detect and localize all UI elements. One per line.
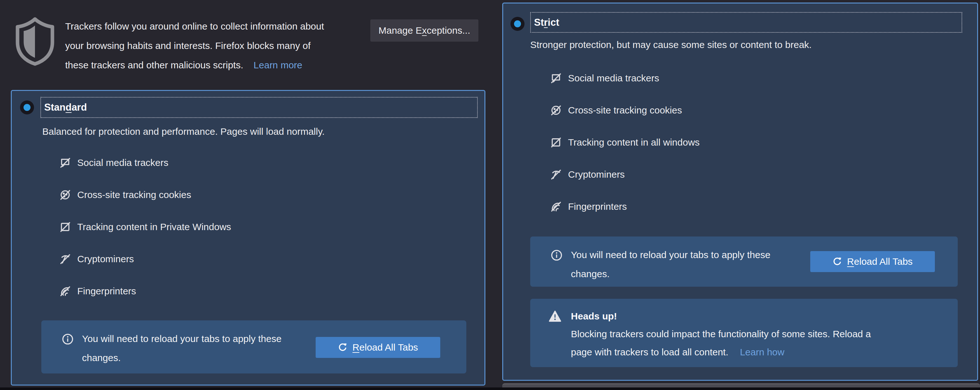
standard-label[interactable]: Standard <box>40 97 478 118</box>
list-item: Fingerprinters <box>550 200 627 213</box>
list-item: Cryptominers <box>59 252 134 266</box>
fingerprinters-blocked-icon <box>59 285 71 297</box>
reload-all-tabs-button[interactable]: Reload All Tabs <box>810 251 935 272</box>
list-item: Social media trackers <box>550 71 659 85</box>
reload-notice-text: You will need to reload your tabs to app… <box>82 329 282 368</box>
warning-title: Heads up! <box>571 311 617 322</box>
standard-description: Balanced for protection and performance.… <box>42 126 325 137</box>
list-item: Social media trackers <box>59 156 169 170</box>
list-item: Fingerprinters <box>59 284 136 298</box>
learn-more-link[interactable]: Learn more <box>254 60 302 70</box>
list-item: Cryptominers <box>550 167 625 181</box>
strict-option-panel: Strict Stronger protection, but may caus… <box>502 3 978 381</box>
reload-all-tabs-button[interactable]: Reload All Tabs <box>316 337 440 358</box>
reload-notice-bar: You will need to reload your tabs to app… <box>41 320 466 374</box>
reload-notice-text: You will need to reload your tabs to app… <box>571 245 770 283</box>
list-item: Tracking content in Private Windows <box>59 220 231 234</box>
page-bottom-edge <box>0 387 980 390</box>
reload-icon <box>338 343 347 352</box>
learn-how-link[interactable]: Learn how <box>740 347 784 357</box>
intro-line-1: Trackers follow you around online to col… <box>65 16 370 36</box>
tracking-content-blocked-icon <box>550 137 562 148</box>
custom-option-panel-top-edge <box>502 383 980 388</box>
cryptominers-blocked-icon <box>550 169 562 180</box>
warning-body: Blocking trackers could impact the funct… <box>571 325 871 361</box>
warning-icon <box>549 310 562 323</box>
strict-description: Stronger protection, but may cause some … <box>530 40 811 50</box>
shield-icon <box>14 15 56 67</box>
strict-label[interactable]: Strict <box>530 12 962 33</box>
fingerprinters-blocked-icon <box>550 201 562 212</box>
reload-notice-bar: You will need to reload your tabs to app… <box>530 237 958 287</box>
info-icon <box>550 249 563 261</box>
manage-exceptions-button[interactable]: Manage Exceptions... <box>370 19 479 41</box>
heads-up-warning-box: Heads up! Blocking trackers could impact… <box>530 299 958 367</box>
intro-line-2: your browsing habits and interests. Fire… <box>65 36 370 55</box>
list-item: Tracking content in all windows <box>550 135 700 150</box>
intro-line-3: these trackers and other malicious scrip… <box>65 55 370 75</box>
strict-radio[interactable] <box>511 17 525 31</box>
reload-icon <box>832 257 842 266</box>
cryptominers-blocked-icon <box>59 253 71 265</box>
social-media-trackers-blocked-icon <box>59 157 71 169</box>
firefox-tracking-protection-settings: { "intro": { "line1": "Trackers follow y… <box>0 0 980 390</box>
info-icon <box>62 333 74 345</box>
cross-site-cookies-blocked-icon <box>59 189 71 201</box>
cross-site-cookies-blocked-icon <box>550 105 562 116</box>
standard-radio[interactable] <box>20 100 34 115</box>
tracking-content-blocked-icon <box>59 221 71 232</box>
list-item: Cross-site tracking cookies <box>59 188 191 202</box>
social-media-trackers-blocked-icon <box>550 72 562 84</box>
list-item: Cross-site tracking cookies <box>550 103 682 117</box>
standard-option-panel: Standard Balanced for protection and per… <box>11 90 485 385</box>
tracking-protection-description: Trackers follow you around online to col… <box>65 16 370 75</box>
